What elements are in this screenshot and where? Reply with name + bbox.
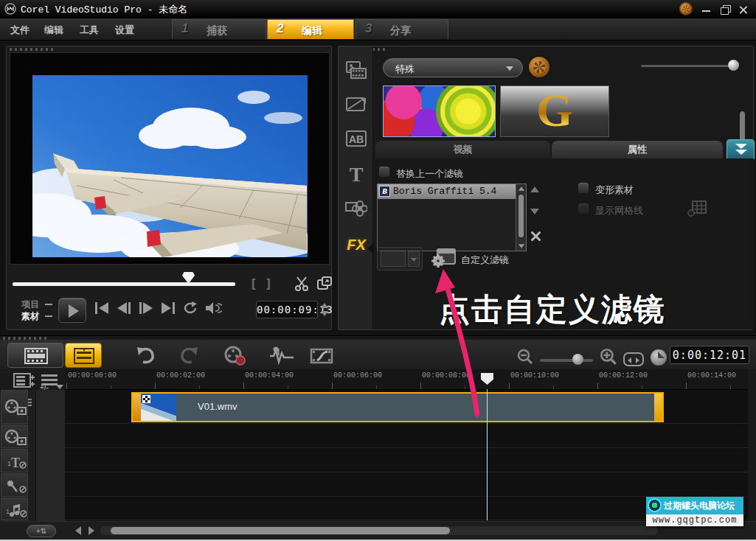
end-button[interactable]	[160, 301, 176, 315]
zoom-out-icon[interactable]	[516, 348, 534, 366]
restore-button[interactable]	[719, 4, 732, 15]
media-icon[interactable]	[345, 60, 367, 80]
video-track-header[interactable]	[1, 390, 28, 424]
sound-mixer-icon[interactable]	[268, 346, 295, 366]
thumb-size-slider-track[interactable]	[641, 65, 737, 67]
tab-capture[interactable]: 1 捕获	[172, 19, 266, 39]
clip-trim-handle-right[interactable]	[654, 394, 662, 421]
filter-thumb-boris-graffiti[interactable]: G	[500, 85, 609, 137]
filter-category-select[interactable]: 特殊	[383, 58, 523, 77]
deform-clip-checkbox[interactable]	[578, 182, 589, 194]
split-clip-scissors-icon[interactable]	[294, 276, 311, 291]
preview-scrubber[interactable]	[13, 282, 235, 286]
scroll-up-icon[interactable]	[518, 186, 524, 191]
title-track-header[interactable]: 1 T	[1, 449, 28, 472]
undo-icon[interactable]	[134, 346, 156, 365]
timecode-spinner[interactable]	[321, 301, 330, 318]
membership-ball-icon[interactable]	[679, 2, 693, 15]
menu-edit[interactable]: 编辑	[44, 24, 63, 37]
home-button[interactable]	[94, 301, 110, 315]
tab-video[interactable]: 视频	[375, 141, 550, 158]
fx-filter-icon[interactable]: FX	[345, 237, 367, 254]
list-scrollbar[interactable]	[516, 184, 526, 251]
preset-dropdown-arrow[interactable]	[408, 251, 420, 267]
minimize-button[interactable]	[700, 4, 713, 15]
clip-trim-handle-left[interactable]	[133, 394, 141, 421]
redo-icon[interactable]	[178, 346, 201, 365]
next-frame-button[interactable]	[138, 301, 154, 315]
panel-grip[interactable]	[10, 48, 54, 51]
project-duration-icon[interactable]	[651, 349, 667, 366]
spin-down-icon[interactable]	[321, 311, 328, 316]
close-button[interactable]	[737, 4, 750, 15]
tab-share[interactable]: 3 分享	[356, 19, 448, 39]
replace-filter-checkbox[interactable]	[378, 166, 390, 178]
track-options-chevron-icon[interactable]	[56, 385, 63, 389]
show-gridlines-checkbox[interactable]	[578, 203, 589, 214]
tab-attributes[interactable]: 属性	[552, 141, 723, 158]
voice-track-row[interactable]	[65, 473, 748, 497]
track-manager-icon[interactable]	[13, 373, 35, 388]
mode-clip-label[interactable]: 素材	[21, 310, 39, 323]
timeline-clip-v01[interactable]: V01.wmv	[131, 392, 664, 422]
delete-filter-button[interactable]	[529, 229, 542, 242]
preset-dropdown[interactable]	[377, 247, 423, 270]
record-capture-icon[interactable]	[223, 346, 248, 366]
zoom-in-icon[interactable]	[599, 347, 618, 366]
music-track-header[interactable]: 1	[1, 498, 28, 520]
timeline-zoom-slider-handle[interactable]	[572, 354, 583, 365]
video-track-row[interactable]: V01.wmv	[65, 390, 748, 424]
gridline-options-icon[interactable]	[687, 198, 707, 217]
transition-icon[interactable]	[345, 95, 367, 114]
menu-settings[interactable]: 设置	[115, 24, 134, 37]
move-filter-down-button[interactable]	[530, 209, 539, 214]
overlay-track-row[interactable]	[65, 425, 748, 448]
mode-project-label[interactable]: 项目	[21, 299, 39, 311]
title-icon[interactable]: T	[345, 163, 367, 186]
timeline-duration[interactable]: 0:00:12:01	[670, 346, 749, 364]
gallery-scrollbar[interactable]	[740, 111, 745, 142]
tab-edit[interactable]: 2 编辑	[267, 19, 354, 39]
repeat-button[interactable]	[182, 301, 198, 315]
fit-project-to-window-icon[interactable]	[623, 352, 644, 366]
scroll-down-icon[interactable]	[519, 244, 524, 248]
timeline-ruler[interactable]: 00:00:00:0000:00:02:0000:00:04:0000:00:0…	[65, 369, 748, 390]
list-item[interactable]: B Boris Graffiti 5.4	[378, 184, 516, 199]
timeline-hscroll[interactable]	[100, 526, 658, 535]
library-reel-icon[interactable]	[529, 57, 549, 77]
storyboard-view-button[interactable]	[7, 343, 63, 368]
previous-frame-button[interactable]	[116, 301, 132, 315]
applied-filters-list[interactable]: B Boris Graffiti 5.4	[377, 184, 527, 251]
watermark-banner: 过期罐头电脑论坛	[646, 497, 743, 514]
enlarge-preview-icon[interactable]	[316, 276, 333, 291]
auto-music-icon[interactable]	[310, 346, 336, 366]
ruler-tick	[686, 383, 687, 389]
customize-filter-button[interactable]: 自定义滤镜	[430, 247, 457, 270]
menu-file[interactable]: 文件	[10, 24, 30, 37]
mark-out-button[interactable]: ]	[266, 276, 271, 291]
expand-panel-button[interactable]	[726, 139, 755, 159]
timeline-zoom-slider-track[interactable]	[540, 359, 593, 362]
move-filter-up-button[interactable]	[530, 186, 539, 192]
ab-transition-icon[interactable]: AB	[345, 129, 367, 148]
volume-button[interactable]	[204, 301, 222, 315]
play-button[interactable]	[58, 298, 86, 323]
timeline-view-button[interactable]	[65, 343, 102, 368]
mark-in-button[interactable]: [	[252, 276, 256, 291]
thumb-size-slider-handle[interactable]	[728, 60, 739, 71]
scroll-thumb[interactable]	[519, 195, 524, 237]
graphic-icon[interactable]	[345, 197, 367, 217]
overlay-track-header[interactable]	[1, 425, 28, 448]
menu-tools[interactable]: 工具	[80, 24, 99, 37]
timeline-hscroll-thumb[interactable]	[111, 527, 450, 534]
filter-thumb-kaleidoscope[interactable]	[383, 85, 496, 137]
spin-up-icon[interactable]	[321, 303, 328, 308]
swap-tracks-button[interactable]: +⇅	[27, 525, 56, 537]
app-window: Corel VideoStudio Pro - 未命名 文件 编辑 工具 设置 …	[0, 0, 756, 541]
scroll-left-icon[interactable]	[75, 526, 81, 535]
preview-timecode[interactable]: 00:00:09:13	[256, 301, 318, 318]
ruler-label: 00:00:14:00	[687, 371, 736, 380]
scroll-right-icon[interactable]	[89, 526, 94, 535]
voice-track-header[interactable]	[1, 473, 28, 497]
title-track-row[interactable]	[65, 449, 748, 472]
